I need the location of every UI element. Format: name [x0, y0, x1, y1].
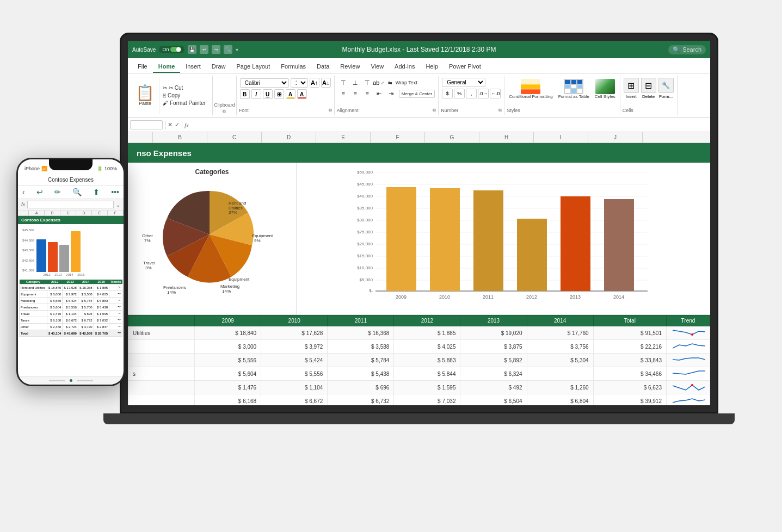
cell-utilities-2012[interactable]: $ 1,885 — [394, 326, 460, 340]
col-header-b[interactable]: B — [153, 132, 207, 143]
font-color-button[interactable]: A — [297, 89, 307, 99]
copy-button[interactable]: ⎘ Copy — [162, 92, 207, 99]
tab-draw[interactable]: Draw — [206, 61, 231, 73]
col-header-h[interactable]: H — [479, 132, 534, 143]
fill-color-button[interactable]: A — [286, 89, 295, 99]
decrease-font-button[interactable]: A↓ — [321, 78, 331, 88]
cell-4-2013[interactable]: $ 6,324 — [460, 367, 527, 381]
cell-utilities-2010[interactable]: $ 17,628 — [261, 326, 328, 340]
border-button[interactable]: ⊞ — [274, 89, 284, 99]
decrease-indent-button[interactable]: ⇤ — [374, 89, 385, 98]
col-header-g[interactable]: G — [425, 132, 479, 143]
tab-formulas[interactable]: Formulas — [275, 61, 311, 73]
tab-review[interactable]: Review — [335, 61, 365, 73]
confirm-formula-icon[interactable]: ✓ — [175, 121, 180, 128]
cell-4-2009[interactable]: $ 5,604 — [195, 367, 261, 381]
cell-2-2011[interactable]: $ 3,588 — [328, 340, 394, 354]
alignment-expand-icon[interactable]: ⧉ — [433, 108, 436, 113]
cut-button[interactable]: ✂ ✂ Cut — [162, 84, 207, 91]
cell-4-2010[interactable]: $ 5,556 — [261, 367, 328, 381]
col-header-i[interactable]: I — [534, 132, 588, 143]
phone-back-icon[interactable]: ‹ — [22, 188, 25, 196]
cell-6-2010[interactable]: $ 6,672 — [261, 394, 328, 406]
cell-cat-utilities[interactable]: Utilities — [128, 326, 195, 340]
autosave-toggle[interactable]: On — [159, 46, 184, 53]
wrap-text-button[interactable]: Wrap Text — [393, 79, 420, 86]
format-painter-button[interactable]: 🖌 Format Painter — [162, 100, 207, 107]
font-expand-icon[interactable]: ⧉ — [329, 108, 332, 113]
tab-data[interactable]: Data — [311, 61, 335, 73]
phone-undo-icon[interactable]: ↩ — [36, 188, 43, 196]
orientation-button[interactable]: ab⟋ — [374, 78, 385, 88]
bold-button[interactable]: B — [240, 89, 250, 99]
name-box[interactable] — [130, 120, 163, 129]
cancel-formula-icon[interactable]: ✕ — [168, 121, 173, 128]
conditional-formatting-button[interactable]: Conditional Formatting — [508, 78, 553, 101]
tab-view[interactable]: View — [365, 61, 389, 73]
cell-6-2014[interactable]: $ 6,804 — [527, 394, 593, 406]
cell-utilities-2009[interactable]: $ 18,840 — [195, 326, 261, 340]
cell-cat-6[interactable] — [128, 394, 195, 406]
increase-indent-button[interactable]: ⇥ — [386, 89, 397, 98]
redo-icon[interactable]: ↪ — [212, 45, 220, 54]
cell-6-2009[interactable]: $ 6,168 — [195, 394, 261, 406]
merge-center-button[interactable]: Merge & Center — [399, 90, 435, 98]
underline-button[interactable]: U — [263, 89, 273, 99]
cell-4-total[interactable]: $ 34,466 — [593, 367, 666, 381]
cell-6-2012[interactable]: $ 7,032 — [394, 394, 460, 406]
cell-2-2009[interactable]: $ 3,000 — [195, 340, 261, 354]
cell-6-total[interactable]: $ 39,912 — [593, 394, 666, 406]
search-box[interactable]: 🔍 Search — [668, 45, 706, 54]
clipboard-expand-icon[interactable]: ⧉ — [223, 109, 226, 114]
tab-insert[interactable]: Insert — [180, 61, 206, 73]
cell-5-total[interactable]: $ 6,623 — [593, 381, 666, 394]
cell-2-2013[interactable]: $ 3,875 — [460, 340, 527, 354]
phone-expand-icon[interactable]: ⌄ — [116, 202, 120, 208]
customize-icon[interactable]: 🔧 — [224, 45, 232, 54]
cell-5-2014[interactable]: $ 1,260 — [527, 381, 593, 394]
cell-5-2011[interactable]: $ 696 — [328, 381, 394, 394]
font-size-select[interactable]: 11 — [291, 78, 308, 88]
comma-button[interactable]: , — [466, 89, 477, 98]
percent-button[interactable]: % — [454, 89, 465, 98]
currency-button[interactable]: $ — [442, 89, 453, 98]
decrease-decimal-button[interactable]: ←.0 — [490, 89, 501, 98]
cell-5-2013[interactable]: $ 492 — [460, 381, 527, 394]
phone-draw-icon[interactable]: ✏ — [54, 188, 61, 196]
delete-button[interactable]: ⊟ Delete — [641, 78, 656, 99]
phone-formula-input[interactable] — [27, 201, 114, 208]
tab-home[interactable]: Home — [153, 61, 181, 73]
cell-cat-5[interactable] — [128, 381, 195, 394]
cell-4-2011[interactable]: $ 5,438 — [328, 367, 394, 381]
font-face-select[interactable]: Calibri — [240, 78, 289, 88]
phone-toolbar[interactable]: ‹ ↩ ✏ 🔍 ⬆ ••• — [18, 185, 124, 199]
cell-6-2011[interactable]: $ 6,732 — [328, 394, 394, 406]
phone-share-icon[interactable]: ⬆ — [93, 188, 100, 196]
right-align-button[interactable]: ≡ — [362, 89, 373, 98]
paste-button[interactable]: 📋 Paste — [131, 77, 159, 114]
tab-addins[interactable]: Add-ins — [389, 61, 420, 73]
undo-icon[interactable]: ↩ — [200, 45, 208, 54]
cell-3-2011[interactable]: $ 5,784 — [328, 354, 394, 367]
cell-2-2014[interactable]: $ 3,756 — [527, 340, 593, 354]
left-align-button[interactable]: ≡ — [338, 89, 349, 98]
format-as-table-button[interactable]: Format as Table — [557, 78, 590, 101]
cell-2-total[interactable]: $ 22,216 — [593, 340, 666, 354]
tab-page-layout[interactable]: Page Layout — [231, 61, 275, 73]
center-align-button[interactable]: ≡ — [350, 89, 361, 98]
cell-3-2009[interactable]: $ 5,556 — [195, 354, 261, 367]
col-header-d[interactable]: D — [262, 132, 316, 143]
cell-cat-2[interactable] — [128, 340, 195, 354]
quick-access-more[interactable]: ▾ — [236, 47, 238, 53]
increase-decimal-button[interactable]: .0→ — [478, 89, 489, 98]
cell-utilities-total[interactable]: $ 91,501 — [593, 326, 666, 340]
col-header-c[interactable]: C — [207, 132, 262, 143]
number-expand-icon[interactable]: ⧉ — [498, 108, 502, 113]
cell-utilities-2013[interactable]: $ 19,020 — [460, 326, 527, 340]
bottom-align-button[interactable]: ⊤ — [362, 78, 373, 88]
cell-5-2010[interactable]: $ 1,104 — [261, 381, 328, 394]
cell-cat-4[interactable]: s — [128, 367, 195, 381]
cell-cat-3[interactable] — [128, 354, 195, 367]
insert-button[interactable]: ⊞ Insert — [624, 78, 639, 99]
formula-input[interactable] — [191, 122, 708, 128]
